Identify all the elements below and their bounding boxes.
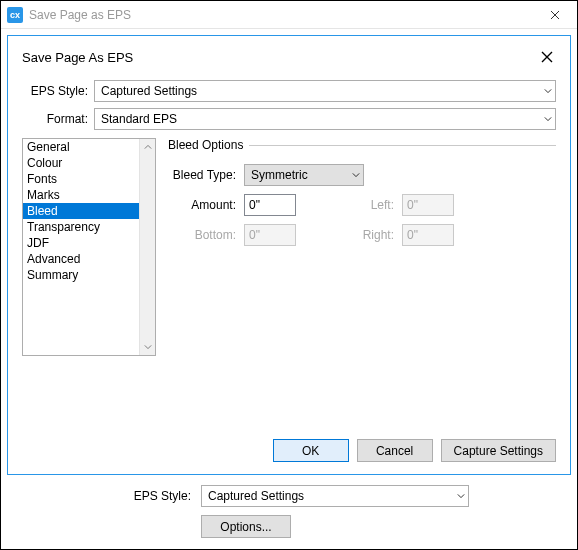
eps-style-row: EPS Style: Captured Settings xyxy=(22,80,556,102)
group-divider xyxy=(249,145,556,146)
format-value: Standard EPS xyxy=(101,112,177,126)
dialog-close-button[interactable] xyxy=(538,48,556,66)
eps-style-value: Captured Settings xyxy=(101,84,197,98)
save-page-as-eps-dialog: Save Page As EPS EPS Style: Captured Set… xyxy=(7,35,571,475)
window-close-button[interactable] xyxy=(535,2,575,28)
format-label: Format: xyxy=(22,112,94,126)
eps-style-label: EPS Style: xyxy=(22,84,94,98)
category-item-colour[interactable]: Colour xyxy=(23,155,139,171)
category-item-marks[interactable]: Marks xyxy=(23,187,139,203)
dialog-title: Save Page As EPS xyxy=(22,50,538,65)
options-button[interactable]: Options... xyxy=(201,515,291,538)
left-input xyxy=(402,194,454,216)
chevron-down-icon xyxy=(457,492,465,500)
ok-button[interactable]: OK xyxy=(273,439,349,462)
category-list-scrollbar[interactable] xyxy=(139,139,155,355)
close-icon xyxy=(541,51,553,63)
bleed-type-label: Bleed Type: xyxy=(168,168,238,182)
category-item-transparency[interactable]: Transparency xyxy=(23,219,139,235)
right-input xyxy=(402,224,454,246)
category-item-fonts[interactable]: Fonts xyxy=(23,171,139,187)
window-title: Save Page as EPS xyxy=(29,8,535,22)
below-dialog-area: EPS Style: Captured Settings Options... xyxy=(7,475,571,538)
chevron-down-icon xyxy=(352,171,360,179)
below-eps-style-value: Captured Settings xyxy=(208,489,304,503)
cancel-button[interactable]: Cancel xyxy=(357,439,433,462)
window-titlebar: cx Save Page as EPS xyxy=(1,1,577,29)
dialog-header: Save Page As EPS xyxy=(22,48,556,66)
category-item-summary[interactable]: Summary xyxy=(23,267,139,283)
below-eps-style-combo[interactable]: Captured Settings xyxy=(201,485,469,507)
eps-style-combo[interactable]: Captured Settings xyxy=(94,80,556,102)
bleed-options-pane: Bleed Options Bleed Type: Symmetric Amou… xyxy=(168,138,556,356)
bleed-type-value: Symmetric xyxy=(251,168,308,182)
amount-input[interactable] xyxy=(244,194,296,216)
capture-settings-button[interactable]: Capture Settings xyxy=(441,439,556,462)
close-icon xyxy=(550,10,560,20)
bleed-options-group-label: Bleed Options xyxy=(168,138,243,152)
left-label: Left: xyxy=(356,198,396,212)
category-listbox[interactable]: General Colour Fonts Marks Bleed Transpa… xyxy=(22,138,156,356)
category-item-jdf[interactable]: JDF xyxy=(23,235,139,251)
scroll-up-icon[interactable] xyxy=(140,139,155,155)
category-item-bleed[interactable]: Bleed xyxy=(23,203,139,219)
chevron-down-icon xyxy=(544,115,552,123)
category-item-advanced[interactable]: Advanced xyxy=(23,251,139,267)
category-item-general[interactable]: General xyxy=(23,139,139,155)
below-eps-style-label: EPS Style: xyxy=(21,489,201,503)
right-label: Right: xyxy=(356,228,396,242)
format-combo[interactable]: Standard EPS xyxy=(94,108,556,130)
app-icon: cx xyxy=(7,7,23,23)
scroll-down-icon[interactable] xyxy=(140,339,155,355)
bottom-input xyxy=(244,224,296,246)
bleed-type-combo[interactable]: Symmetric xyxy=(244,164,364,186)
bottom-label: Bottom: xyxy=(168,228,238,242)
format-row: Format: Standard EPS xyxy=(22,108,556,130)
dialog-button-row: OK Cancel Capture Settings xyxy=(273,439,556,462)
amount-label: Amount: xyxy=(168,198,238,212)
chevron-down-icon xyxy=(544,87,552,95)
